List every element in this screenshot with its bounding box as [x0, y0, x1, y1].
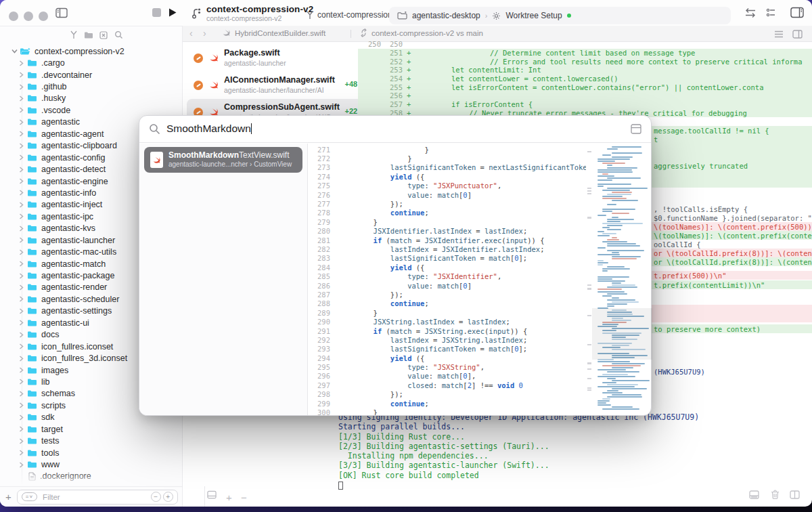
- open-quickly-dialog: SmoothMarkdown SmoothMarkdownTextView.sw…: [139, 115, 652, 416]
- swift-icon: [208, 80, 219, 93]
- file-path: agentastic-launcher/launcher/AI: [224, 86, 324, 94]
- code-preview[interactable]: 271 }272 }273 lastSignificantToken = nex…: [307, 145, 586, 415]
- code-line: 282 lastIndex = JSXIdentifier.lastIndex;: [307, 244, 586, 253]
- remove-button[interactable]: −: [241, 492, 247, 503]
- filter-input[interactable]: =˅ Filter − +: [17, 490, 178, 505]
- close-box-icon[interactable]: [99, 30, 108, 42]
- code-line: 287 });: [307, 290, 586, 299]
- file-name: CompressionSubAgent.swift: [224, 102, 340, 112]
- diff-row: 253+let contentLimit: Int: [358, 66, 812, 74]
- code-line: 295 type: "JSXString",: [307, 362, 586, 371]
- code-line: 283 lastSignificantToken = match[0];: [307, 254, 586, 263]
- code-line: 279 }: [307, 217, 586, 226]
- search-icon: [149, 123, 160, 137]
- search-icon[interactable]: [114, 30, 123, 42]
- tree-item-folder[interactable]: tests: [0, 435, 182, 446]
- app-window: context-compression-v2 context-compressi…: [0, 0, 812, 507]
- tab-branch-compare[interactable]: context-compression-v2 vs main: [360, 28, 483, 37]
- search-results-list: SmoothMarkdownTextView.swift agentastic-…: [139, 144, 307, 415]
- file-path: agentastic-launcher: [224, 59, 286, 67]
- code-line: 275 type: "JSXPunctuator",: [307, 182, 586, 190]
- terminal-output[interactable]: Using signing identity: Developer ID App…: [338, 412, 699, 490]
- collapse-all-button[interactable]: −: [151, 492, 161, 502]
- code-line: 286 value: match[0]: [307, 281, 586, 290]
- code-line: 288 continue;: [307, 299, 586, 308]
- sidebar-toolbar: [0, 26, 182, 42]
- toggle-right-sidebar-icon[interactable]: [790, 7, 804, 18]
- code-line: 292 lastIndex = JSXString.lastIndex;: [307, 335, 586, 344]
- branch-icon[interactable]: [70, 30, 78, 42]
- expand-all-button[interactable]: +: [163, 492, 173, 502]
- terminal-line: [1/3] Building Rust core...: [338, 432, 699, 442]
- code-line: 296 value: match[0],: [307, 372, 586, 381]
- diff-row: 251+// Determine content limit based on …: [358, 49, 812, 58]
- terminal-line: [OK] Rust core build completed: [338, 471, 699, 480]
- file-name: Package.swift: [224, 48, 280, 58]
- preview-layout-icon[interactable]: [631, 124, 641, 137]
- code-line: 280 JSXIdentifier.lastIndex = lastIndex;: [307, 227, 586, 236]
- sync-arrows-icon[interactable]: [744, 7, 757, 18]
- sidebar-filter-bar: + =˅ Filter − +: [0, 486, 182, 507]
- minimap-viewport[interactable]: [592, 308, 652, 360]
- diff-view[interactable]: 250250251+// Determine content limit bas…: [358, 40, 812, 117]
- swift-file-icon: [150, 152, 163, 168]
- trash-icon[interactable]: [771, 490, 780, 502]
- breadcrumb-page: Worktree Setup: [505, 11, 562, 20]
- tab-divider: [351, 30, 351, 38]
- code-line: 294 yield ({: [307, 354, 586, 362]
- tree-item-folder[interactable]: .cargo: [0, 57, 182, 68]
- tree-item-folder[interactable]: www: [0, 458, 182, 470]
- panel-bottom-icon[interactable]: [749, 490, 759, 502]
- search-input[interactable]: SmoothMarkdown: [166, 123, 252, 135]
- navigation-pill[interactable]: agentastic-desktop › Worktree Setup: [389, 7, 731, 24]
- tree-fade: [0, 471, 182, 486]
- filter-list-icon[interactable]: [765, 7, 777, 18]
- repo-subtitle: context-compression-v2: [206, 14, 281, 22]
- tree-item-folder[interactable]: target: [0, 423, 182, 435]
- code-line: 281 if (match = JSXIdentifier.exec(input…: [307, 236, 586, 244]
- terminal-line: [3/3] Building agentastic-launcher (Swif…: [338, 461, 699, 470]
- toggle-left-sidebar-icon[interactable]: [55, 7, 68, 18]
- breadcrumb-chevron: ›: [485, 12, 488, 20]
- panel-toggle-icon[interactable]: [207, 490, 217, 502]
- add-button[interactable]: +: [226, 492, 232, 503]
- folder-icon[interactable]: [84, 30, 93, 42]
- terminal-cursor: [338, 482, 343, 490]
- code-line: 299 continue;: [307, 399, 586, 408]
- breadcrumb-project: agentastic-desktop: [412, 11, 480, 20]
- tree-item-root[interactable]: context-compression-v2: [0, 45, 182, 57]
- tree-item-folder[interactable]: tools: [0, 447, 182, 458]
- bottom-divider: [204, 486, 205, 507]
- stop-button[interactable]: [152, 8, 161, 17]
- minimap[interactable]: [595, 146, 650, 412]
- nav-forward-button[interactable]: ›: [203, 28, 206, 39]
- tree-item-folder[interactable]: .github: [0, 81, 182, 92]
- tree-item-folder[interactable]: .vscode: [0, 104, 182, 116]
- repo-title: context-compression-v2: [206, 4, 313, 14]
- code-line: 285 type: "JSXIdentifier",: [307, 272, 586, 280]
- diff-row: 256+: [358, 91, 812, 100]
- minimize-window-button[interactable]: [24, 12, 33, 21]
- scrollbar-ruler[interactable]: [587, 145, 593, 412]
- modified-status-icon: [194, 81, 203, 90]
- diff-row: 250250: [358, 40, 812, 49]
- tab-hybridcontextbuilder[interactable]: HybridContextBuilder.swift: [222, 28, 325, 37]
- zoom-window-button[interactable]: [39, 12, 48, 21]
- code-line: 273 lastSignificantToken = nextLastSigni…: [307, 163, 586, 172]
- nav-back-button[interactable]: ‹: [189, 28, 193, 39]
- gear-icon: [492, 12, 501, 20]
- close-window-button[interactable]: [9, 12, 18, 21]
- search-result-item[interactable]: SmoothMarkdownTextView.swift agentastic-…: [144, 147, 302, 173]
- code-line: 277 });: [307, 199, 586, 208]
- tree-item-folder[interactable]: .devcontainer: [0, 69, 182, 81]
- tree-item-folder[interactable]: .husky: [0, 93, 182, 104]
- diff-row: 255+let isErrorContent = contentLower.co…: [358, 83, 812, 91]
- changed-file-card[interactable]: AIConnectionManager.swiftagentastic-laun…: [187, 72, 372, 99]
- filter-options-icon[interactable]: =˅: [22, 492, 37, 501]
- titlebar: context-compression-v2 context-compressi…: [0, 0, 812, 26]
- run-button[interactable]: [168, 7, 177, 18]
- columns-icon[interactable]: [790, 490, 800, 502]
- add-item-button[interactable]: +: [5, 491, 12, 503]
- code-line: 289 }: [307, 308, 586, 317]
- changed-file-card[interactable]: Package.swiftagentastic-launcher+3: [187, 45, 372, 72]
